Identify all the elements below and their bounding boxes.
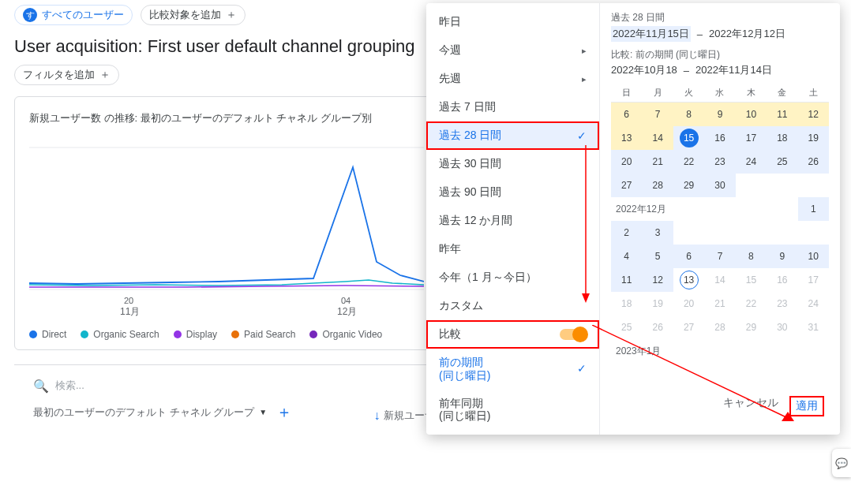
feedback-button[interactable]: 💬 <box>832 449 851 477</box>
plus-icon: ＋ <box>99 68 111 82</box>
legend-label: Paid Search <box>244 329 295 340</box>
date-preset-item[interactable]: 過去 30 日間 <box>426 150 599 178</box>
calendar-day[interactable]: 25 <box>767 150 797 174</box>
calendar-day[interactable]: 17 <box>736 126 767 150</box>
compare-end-date[interactable]: 2022年11月14日 <box>695 63 772 77</box>
date-preset-item[interactable]: 過去 28 日間✓ <box>426 121 599 150</box>
date-preset-item[interactable]: 昨日 <box>426 8 599 36</box>
legend-label: Display <box>186 329 217 340</box>
calendar-day[interactable]: 24 <box>798 292 829 315</box>
apply-button[interactable]: 適用 <box>789 396 824 416</box>
calendar-day[interactable]: 25 <box>611 315 642 339</box>
calendar-day <box>611 363 642 386</box>
legend-item[interactable]: Display <box>174 329 217 340</box>
calendar-day[interactable]: 19 <box>642 292 673 315</box>
calendar-day[interactable]: 7 <box>642 103 673 126</box>
calendar-dow: 水 <box>704 87 735 99</box>
calendar-day[interactable]: 30 <box>704 174 735 197</box>
add-comparison-chip[interactable]: 比較対象を追加 ＋ <box>141 5 246 25</box>
calendar-day[interactable]: 24 <box>736 150 767 174</box>
calendar-day[interactable]: 15 <box>736 268 767 292</box>
primary-start-date[interactable]: 2022年11月15日 <box>611 26 691 42</box>
calendar-day[interactable]: 12 <box>642 268 673 292</box>
legend-item[interactable]: Direct <box>29 329 66 340</box>
calendar-day[interactable]: 15 <box>673 126 704 150</box>
date-preset-item[interactable]: 今年（1 月～今日） <box>426 263 599 292</box>
calendar-day[interactable]: 9 <box>767 245 797 268</box>
search-input[interactable]: 検索... <box>55 379 84 393</box>
calendar-day[interactable]: 23 <box>767 292 797 315</box>
calendar-day[interactable]: 9 <box>704 103 735 126</box>
calendar-day[interactable]: 22 <box>673 150 704 174</box>
calendar-day[interactable]: 20 <box>611 150 642 174</box>
primary-end-date[interactable]: 2022年12月12日 <box>709 27 785 41</box>
calendar-day[interactable]: 5 <box>642 245 673 268</box>
calendar-day[interactable]: 3 <box>642 221 673 245</box>
add-filter-chip[interactable]: フィルタを追加 ＋ <box>14 65 119 85</box>
calendar-day[interactable]: 30 <box>767 315 797 339</box>
calendar-day[interactable]: 6 <box>611 103 642 126</box>
table-col-dimension[interactable]: 最初のユーザーのデフォルト チャネル グループ <box>33 405 254 420</box>
calendar-day[interactable]: 13 <box>611 126 642 150</box>
calendar-day[interactable]: 8 <box>673 103 704 126</box>
date-preset-item[interactable]: 先週 <box>426 65 599 93</box>
calendar-day[interactable]: 26 <box>642 315 673 339</box>
calendar-day[interactable]: 17 <box>798 268 829 292</box>
compare-start-date[interactable]: 2022年10月18 <box>611 63 677 77</box>
calendar-day[interactable]: 16 <box>704 126 735 150</box>
calendar-day[interactable]: 28 <box>642 174 673 197</box>
chevron-down-icon[interactable]: ▼ <box>259 408 267 416</box>
legend-item[interactable]: Organic Video <box>309 329 382 340</box>
legend-item[interactable]: Organic Search <box>81 329 159 340</box>
calendar-day[interactable]: 4 <box>611 245 642 268</box>
calendar: 日月火水木金土 67891011121314151617181920212223… <box>611 84 829 386</box>
calendar-day[interactable]: 31 <box>798 315 829 339</box>
date-preset-item[interactable]: 昨年 <box>426 235 599 263</box>
calendar-day[interactable]: 8 <box>736 245 767 268</box>
calendar-day[interactable]: 10 <box>798 245 829 268</box>
calendar-day[interactable]: 23 <box>704 150 735 174</box>
cancel-button[interactable]: キャンセル <box>723 396 778 416</box>
calendar-day[interactable]: 16 <box>767 268 797 292</box>
calendar-day[interactable]: 27 <box>673 315 704 339</box>
compare-toggle[interactable] <box>560 329 587 340</box>
audience-chip-all-users[interactable]: す すべてのユーザー <box>14 5 133 25</box>
legend-item[interactable]: Paid Search <box>231 329 295 340</box>
calendar-day[interactable]: 18 <box>767 126 797 150</box>
calendar-day[interactable]: 12 <box>798 103 829 126</box>
calendar-day[interactable]: 14 <box>642 126 673 150</box>
calendar-day[interactable]: 29 <box>736 315 767 339</box>
sort-desc-icon[interactable]: ↓ <box>374 409 381 423</box>
compare-option[interactable]: 前年同期(同じ曜日) <box>426 390 599 431</box>
calendar-day[interactable]: 20 <box>673 292 704 315</box>
calendar-day[interactable]: 1 <box>798 197 829 221</box>
calendar-day <box>736 339 767 363</box>
date-preset-item[interactable]: カスタム <box>426 292 599 320</box>
calendar-day[interactable]: 22 <box>736 292 767 315</box>
date-preset-item[interactable]: 過去 7 日間 <box>426 93 599 121</box>
audience-icon: す <box>23 8 37 22</box>
calendar-day[interactable]: 14 <box>704 268 735 292</box>
add-dimension-button[interactable]: ＋ <box>272 401 297 423</box>
calendar-day[interactable]: 18 <box>611 292 642 315</box>
calendar-day[interactable]: 29 <box>673 174 704 197</box>
calendar-day[interactable]: 11 <box>767 103 797 126</box>
calendar-day[interactable]: 21 <box>704 292 735 315</box>
calendar-day[interactable]: 28 <box>704 315 735 339</box>
calendar-day[interactable]: 19 <box>798 126 829 150</box>
calendar-day[interactable]: 2 <box>611 221 642 245</box>
calendar-day[interactable]: 7 <box>704 245 735 268</box>
date-preset-item[interactable]: 今週 <box>426 36 599 65</box>
chat-icon: 💬 <box>835 457 848 469</box>
calendar-day[interactable]: 10 <box>736 103 767 126</box>
calendar-day[interactable]: 21 <box>642 150 673 174</box>
date-preset-item[interactable]: 過去 12 か月間 <box>426 207 599 235</box>
calendar-day[interactable]: 13 <box>673 268 704 292</box>
compare-label: 比較 <box>439 327 461 342</box>
calendar-day[interactable]: 27 <box>611 174 642 197</box>
date-preset-item[interactable]: 過去 90 日間 <box>426 178 599 207</box>
calendar-day[interactable]: 11 <box>611 268 642 292</box>
calendar-day[interactable]: 6 <box>673 245 704 268</box>
compare-option[interactable]: 前の期間(同じ曜日)✓ <box>426 349 599 390</box>
calendar-day[interactable]: 26 <box>798 150 829 174</box>
